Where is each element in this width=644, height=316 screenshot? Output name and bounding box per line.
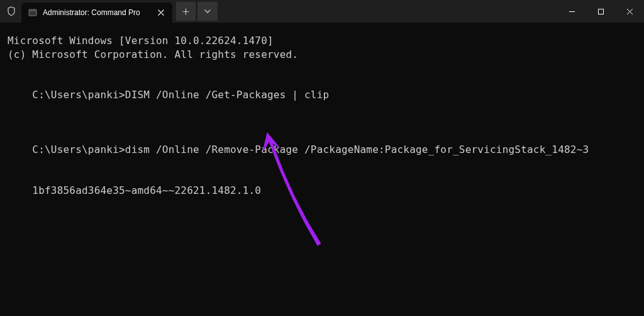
terminal-output[interactable]: Microsoft Windows [Version 10.0.22624.14… — [0, 23, 644, 222]
active-tab[interactable]: Administrator: Command Pro — [21, 3, 172, 23]
command-text: DISM /Online /Get-Packages | clip — [125, 89, 329, 101]
window-controls — [557, 0, 644, 23]
terminal-icon — [28, 8, 38, 18]
close-button[interactable] — [615, 0, 644, 23]
command-line-2-wrapped: 1bf3856ad364e35~amd64~~22621.1482.1.0 — [8, 170, 636, 211]
titlebar-drag-area[interactable] — [218, 0, 557, 23]
tab-close-button[interactable] — [156, 8, 166, 18]
blank-line — [8, 61, 636, 75]
command-line-2: C:\Users\panki>dism /Online /Remove-Pack… — [8, 129, 636, 170]
prompt: C:\Users\panki> — [32, 89, 125, 101]
blank-line — [8, 116, 636, 130]
window-titlebar: Administrator: Command Pro — [0, 0, 644, 23]
tab-title: Administrator: Command Pro — [43, 8, 151, 17]
minimize-button[interactable] — [557, 0, 586, 23]
prompt: C:\Users\panki> — [32, 144, 125, 155]
command-line-1: C:\Users\panki>DISM /Online /Get-Package… — [8, 75, 636, 116]
shield-icon — [6, 6, 16, 16]
tab-dropdown-button[interactable] — [197, 2, 218, 21]
copyright-line: (c) Microsoft Corporation. All rights re… — [8, 48, 636, 62]
tab-actions — [172, 0, 218, 23]
titlebar-left: Administrator: Command Pro — [0, 0, 218, 23]
command-text-wrapped: 1bf3856ad364e35~amd64~~22621.1482.1.0 — [32, 184, 261, 196]
new-tab-button[interactable] — [176, 2, 196, 21]
svg-rect-2 — [598, 9, 603, 14]
version-line: Microsoft Windows [Version 10.0.22624.14… — [8, 34, 636, 48]
command-text: dism /Online /Remove-Package /PackageNam… — [125, 144, 589, 155]
svg-rect-1 — [29, 9, 36, 11]
maximize-button[interactable] — [586, 0, 615, 23]
